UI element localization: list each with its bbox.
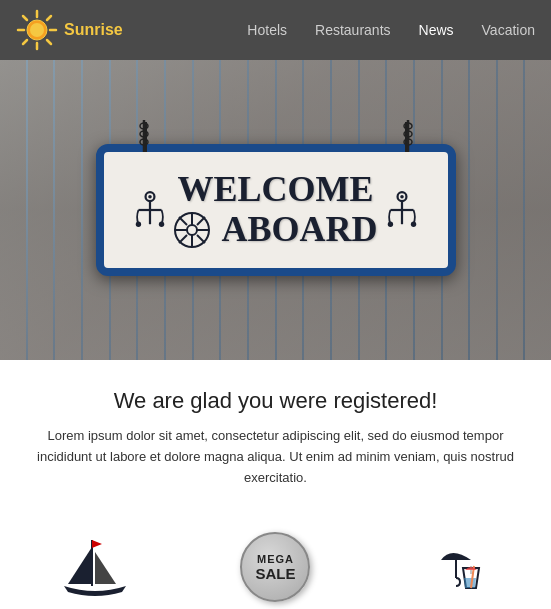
svg-point-38 <box>410 222 415 227</box>
svg-point-9 <box>30 23 44 37</box>
logo[interactable]: Sunrise <box>16 9 123 51</box>
mega-label: MEGA <box>257 553 294 565</box>
svg-point-25 <box>187 225 197 235</box>
umbrella-drink-svg <box>421 532 491 602</box>
svg-point-39 <box>400 195 404 199</box>
logo-text: Sunrise <box>64 21 123 39</box>
hero-section: WELCOME ABOARD <box>0 60 551 360</box>
svg-point-22 <box>158 222 163 227</box>
sign-text: WELCOME <box>173 170 377 210</box>
svg-line-7 <box>23 40 27 44</box>
svg-line-31 <box>197 235 205 243</box>
sun-logo-icon <box>16 9 58 51</box>
ship-wheel-icon <box>173 211 211 249</box>
content-body: Lorem ipsum dolor sit amet, consectetur … <box>26 426 526 488</box>
sailboat-icon <box>60 532 130 602</box>
sign-content: WELCOME ABOARD <box>134 170 418 249</box>
chain-right-icon <box>398 120 418 152</box>
svg-point-23 <box>148 195 152 199</box>
anchor-right-icon <box>386 188 418 232</box>
content-heading: We are glad you were registered! <box>20 388 531 414</box>
svg-point-37 <box>387 222 392 227</box>
chain-left-icon <box>134 120 154 152</box>
feature-comfort: Travel with comfort Learn more <box>371 532 541 609</box>
svg-line-6 <box>47 16 51 20</box>
umbrella-drink-icon <box>421 532 491 602</box>
svg-marker-41 <box>95 552 116 584</box>
nav-vacation[interactable]: Vacation <box>482 22 535 38</box>
sailboat-svg <box>60 532 130 602</box>
content-section: We are glad you were registered! Lorem i… <box>0 360 551 508</box>
svg-line-32 <box>197 217 205 225</box>
svg-line-5 <box>47 40 51 44</box>
nav-news[interactable]: News <box>419 22 454 38</box>
site-header: Sunrise Hotels Restaurants News Vacation <box>0 0 551 60</box>
mega-sale-badge: MEGA SALE <box>240 532 310 602</box>
features-section: Select tours Learn more MEGA SALE Receiv… <box>0 508 551 609</box>
feature-discounts: MEGA SALE Receive discounts Learn more <box>190 532 360 609</box>
mega-sale-icon: MEGA SALE <box>240 532 310 602</box>
main-nav: Hotels Restaurants News Vacation <box>247 22 535 38</box>
svg-marker-43 <box>92 540 102 548</box>
sign-text-2: ABOARD <box>221 210 377 250</box>
sale-label: SALE <box>255 565 295 582</box>
feature-tours: Select tours Learn more <box>10 532 180 609</box>
nav-hotels[interactable]: Hotels <box>247 22 287 38</box>
svg-marker-40 <box>68 547 92 584</box>
svg-point-21 <box>135 222 140 227</box>
svg-line-30 <box>179 217 187 225</box>
nav-restaurants[interactable]: Restaurants <box>315 22 390 38</box>
anchor-left-icon <box>134 188 166 232</box>
svg-line-33 <box>179 235 187 243</box>
svg-line-4 <box>23 16 27 20</box>
welcome-sign: WELCOME ABOARD <box>96 144 456 275</box>
